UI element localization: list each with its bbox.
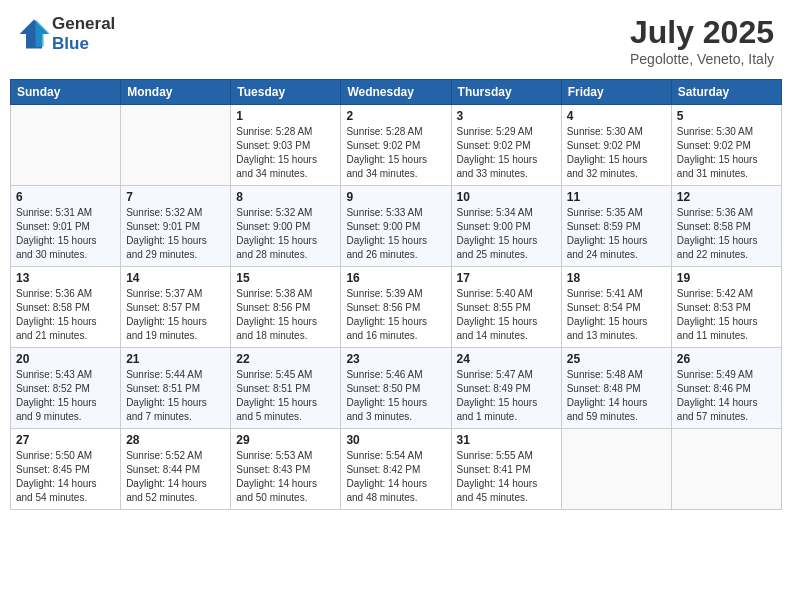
daylight-text: Daylight: 15 hours and 34 minutes. — [346, 154, 427, 179]
table-row: 8Sunrise: 5:32 AMSunset: 9:00 PMDaylight… — [231, 186, 341, 267]
sunrise-text: Sunrise: 5:45 AM — [236, 369, 312, 380]
day-number: 17 — [457, 271, 556, 285]
calendar-week-row: 13Sunrise: 5:36 AMSunset: 8:58 PMDayligh… — [11, 267, 782, 348]
table-row: 26Sunrise: 5:49 AMSunset: 8:46 PMDayligh… — [671, 348, 781, 429]
table-row: 19Sunrise: 5:42 AMSunset: 8:53 PMDayligh… — [671, 267, 781, 348]
day-info: Sunrise: 5:34 AMSunset: 9:00 PMDaylight:… — [457, 206, 556, 262]
daylight-text: Daylight: 14 hours and 48 minutes. — [346, 478, 427, 503]
day-info: Sunrise: 5:30 AMSunset: 9:02 PMDaylight:… — [677, 125, 776, 181]
day-info: Sunrise: 5:32 AMSunset: 9:01 PMDaylight:… — [126, 206, 225, 262]
day-number: 6 — [16, 190, 115, 204]
day-info: Sunrise: 5:40 AMSunset: 8:55 PMDaylight:… — [457, 287, 556, 343]
sunset-text: Sunset: 8:56 PM — [346, 302, 420, 313]
table-row: 14Sunrise: 5:37 AMSunset: 8:57 PMDayligh… — [121, 267, 231, 348]
calendar-week-row: 6Sunrise: 5:31 AMSunset: 9:01 PMDaylight… — [11, 186, 782, 267]
table-row: 5Sunrise: 5:30 AMSunset: 9:02 PMDaylight… — [671, 105, 781, 186]
daylight-text: Daylight: 15 hours and 14 minutes. — [457, 316, 538, 341]
sunset-text: Sunset: 9:02 PM — [346, 140, 420, 151]
sunset-text: Sunset: 9:01 PM — [16, 221, 90, 232]
day-number: 9 — [346, 190, 445, 204]
sunrise-text: Sunrise: 5:32 AM — [236, 207, 312, 218]
calendar-week-row: 20Sunrise: 5:43 AMSunset: 8:52 PMDayligh… — [11, 348, 782, 429]
day-number: 25 — [567, 352, 666, 366]
table-row: 12Sunrise: 5:36 AMSunset: 8:58 PMDayligh… — [671, 186, 781, 267]
header-thursday: Thursday — [451, 80, 561, 105]
sunset-text: Sunset: 8:45 PM — [16, 464, 90, 475]
day-number: 11 — [567, 190, 666, 204]
sunrise-text: Sunrise: 5:53 AM — [236, 450, 312, 461]
day-info: Sunrise: 5:36 AMSunset: 8:58 PMDaylight:… — [16, 287, 115, 343]
location-title: Pegolotte, Veneto, Italy — [630, 51, 774, 67]
sunrise-text: Sunrise: 5:54 AM — [346, 450, 422, 461]
day-number: 16 — [346, 271, 445, 285]
day-info: Sunrise: 5:52 AMSunset: 8:44 PMDaylight:… — [126, 449, 225, 505]
table-row: 2Sunrise: 5:28 AMSunset: 9:02 PMDaylight… — [341, 105, 451, 186]
day-number: 20 — [16, 352, 115, 366]
day-number: 28 — [126, 433, 225, 447]
sunrise-text: Sunrise: 5:30 AM — [677, 126, 753, 137]
day-number: 1 — [236, 109, 335, 123]
daylight-text: Daylight: 14 hours and 52 minutes. — [126, 478, 207, 503]
daylight-text: Daylight: 15 hours and 32 minutes. — [567, 154, 648, 179]
daylight-text: Daylight: 15 hours and 3 minutes. — [346, 397, 427, 422]
day-number: 26 — [677, 352, 776, 366]
sunrise-text: Sunrise: 5:30 AM — [567, 126, 643, 137]
title-block: July 2025 Pegolotte, Veneto, Italy — [630, 14, 774, 67]
day-number: 27 — [16, 433, 115, 447]
sunrise-text: Sunrise: 5:33 AM — [346, 207, 422, 218]
sunset-text: Sunset: 8:48 PM — [567, 383, 641, 394]
sunrise-text: Sunrise: 5:43 AM — [16, 369, 92, 380]
sunrise-text: Sunrise: 5:48 AM — [567, 369, 643, 380]
table-row: 13Sunrise: 5:36 AMSunset: 8:58 PMDayligh… — [11, 267, 121, 348]
daylight-text: Daylight: 15 hours and 34 minutes. — [236, 154, 317, 179]
daylight-text: Daylight: 15 hours and 33 minutes. — [457, 154, 538, 179]
table-row: 18Sunrise: 5:41 AMSunset: 8:54 PMDayligh… — [561, 267, 671, 348]
day-info: Sunrise: 5:28 AMSunset: 9:03 PMDaylight:… — [236, 125, 335, 181]
sunset-text: Sunset: 8:46 PM — [677, 383, 751, 394]
table-row: 7Sunrise: 5:32 AMSunset: 9:01 PMDaylight… — [121, 186, 231, 267]
sunset-text: Sunset: 8:50 PM — [346, 383, 420, 394]
sunrise-text: Sunrise: 5:49 AM — [677, 369, 753, 380]
daylight-text: Daylight: 15 hours and 11 minutes. — [677, 316, 758, 341]
day-info: Sunrise: 5:32 AMSunset: 9:00 PMDaylight:… — [236, 206, 335, 262]
day-info: Sunrise: 5:33 AMSunset: 9:00 PMDaylight:… — [346, 206, 445, 262]
sunset-text: Sunset: 9:01 PM — [126, 221, 200, 232]
sunset-text: Sunset: 8:42 PM — [346, 464, 420, 475]
day-info: Sunrise: 5:38 AMSunset: 8:56 PMDaylight:… — [236, 287, 335, 343]
sunrise-text: Sunrise: 5:42 AM — [677, 288, 753, 299]
day-number: 3 — [457, 109, 556, 123]
daylight-text: Daylight: 15 hours and 19 minutes. — [126, 316, 207, 341]
daylight-text: Daylight: 15 hours and 5 minutes. — [236, 397, 317, 422]
sunset-text: Sunset: 8:43 PM — [236, 464, 310, 475]
day-number: 10 — [457, 190, 556, 204]
sunset-text: Sunset: 8:51 PM — [126, 383, 200, 394]
table-row: 24Sunrise: 5:47 AMSunset: 8:49 PMDayligh… — [451, 348, 561, 429]
day-number: 23 — [346, 352, 445, 366]
table-row: 16Sunrise: 5:39 AMSunset: 8:56 PMDayligh… — [341, 267, 451, 348]
day-number: 30 — [346, 433, 445, 447]
day-number: 19 — [677, 271, 776, 285]
sunset-text: Sunset: 8:56 PM — [236, 302, 310, 313]
sunset-text: Sunset: 8:58 PM — [677, 221, 751, 232]
sunrise-text: Sunrise: 5:40 AM — [457, 288, 533, 299]
day-number: 5 — [677, 109, 776, 123]
day-number: 4 — [567, 109, 666, 123]
day-info: Sunrise: 5:30 AMSunset: 9:02 PMDaylight:… — [567, 125, 666, 181]
day-number: 24 — [457, 352, 556, 366]
table-row — [671, 429, 781, 510]
sunset-text: Sunset: 8:58 PM — [16, 302, 90, 313]
day-info: Sunrise: 5:37 AMSunset: 8:57 PMDaylight:… — [126, 287, 225, 343]
day-info: Sunrise: 5:44 AMSunset: 8:51 PMDaylight:… — [126, 368, 225, 424]
daylight-text: Daylight: 15 hours and 29 minutes. — [126, 235, 207, 260]
day-number: 7 — [126, 190, 225, 204]
table-row: 9Sunrise: 5:33 AMSunset: 9:00 PMDaylight… — [341, 186, 451, 267]
day-info: Sunrise: 5:46 AMSunset: 8:50 PMDaylight:… — [346, 368, 445, 424]
sunrise-text: Sunrise: 5:39 AM — [346, 288, 422, 299]
sunrise-text: Sunrise: 5:35 AM — [567, 207, 643, 218]
daylight-text: Daylight: 14 hours and 59 minutes. — [567, 397, 648, 422]
table-row — [121, 105, 231, 186]
daylight-text: Daylight: 15 hours and 16 minutes. — [346, 316, 427, 341]
table-row: 3Sunrise: 5:29 AMSunset: 9:02 PMDaylight… — [451, 105, 561, 186]
day-number: 15 — [236, 271, 335, 285]
sunset-text: Sunset: 8:53 PM — [677, 302, 751, 313]
